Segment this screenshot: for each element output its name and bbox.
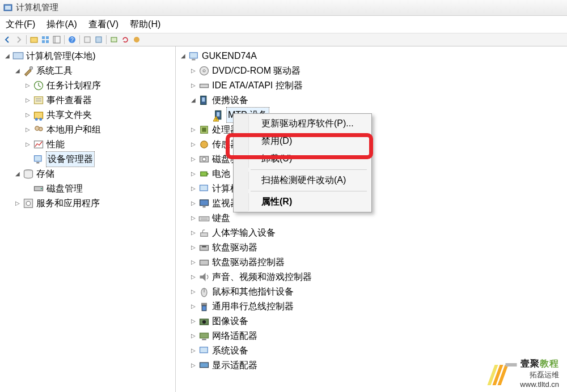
imaging-category[interactable]: ▷图像设备 (189, 314, 564, 329)
sound-icon (198, 271, 210, 283)
tool-scan-icon[interactable] (109, 35, 119, 45)
event-icon (33, 95, 44, 106)
performance[interactable]: ▷ 性能 (24, 137, 172, 152)
collapse-icon[interactable]: ◢ (14, 170, 22, 178)
keyboard-category[interactable]: ▷键盘 (189, 211, 564, 225)
tool-refresh-icon[interactable] (120, 35, 130, 45)
menu-help[interactable]: 帮助(H) (126, 18, 164, 32)
expand-icon[interactable]: ▷ (189, 302, 197, 310)
forward-button[interactable] (14, 35, 24, 45)
collapse-icon[interactable]: ◢ (189, 96, 197, 104)
cm-disable[interactable]: 禁用(D) (248, 133, 370, 150)
expand-icon[interactable]: ▷ (24, 96, 32, 104)
tool-tree-icon[interactable] (52, 35, 62, 45)
expand-icon[interactable]: ▷ (14, 199, 22, 207)
tool-folder-icon[interactable] (29, 35, 39, 45)
expand-icon[interactable]: ▷ (24, 126, 32, 134)
menu-action[interactable]: 操作(A) (43, 18, 80, 32)
expand-icon[interactable]: ▷ (189, 273, 197, 281)
expand-icon[interactable]: ▷ (189, 244, 197, 252)
cm-scan[interactable]: 扫描检测硬件改动(A) (248, 172, 370, 189)
portable-icon (198, 95, 210, 106)
device-manager[interactable]: 设备管理器 (24, 152, 172, 167)
cm-properties[interactable]: 属性(R) (248, 193, 370, 211)
floppy-ctrl-category[interactable]: ▷软盘驱动器控制器 (189, 255, 564, 270)
svg-rect-55 (199, 217, 209, 221)
svg-rect-71 (200, 347, 208, 353)
svg-point-47 (201, 141, 208, 148)
tool-help-icon[interactable]: ? (67, 35, 77, 45)
sensor-icon (198, 139, 210, 150)
sound-category[interactable]: ▷声音、视频和游戏控制器 (189, 270, 564, 284)
expand-icon[interactable]: ▷ (189, 82, 197, 90)
menu-view[interactable]: 查看(V) (85, 18, 122, 32)
storage[interactable]: ◢ 存储 (14, 167, 172, 181)
expand-icon[interactable]: ▷ (189, 126, 197, 134)
svg-point-49 (202, 157, 206, 161)
expand-icon[interactable]: ▷ (189, 170, 197, 178)
svg-rect-12 (96, 37, 101, 42)
back-button[interactable] (2, 35, 12, 45)
tool-grid-icon[interactable] (40, 35, 50, 45)
floppy-category[interactable]: ▷软盘驱动器 (189, 240, 564, 255)
disk-management[interactable]: 磁盘管理 (24, 181, 172, 196)
collapse-icon[interactable]: ◢ (3, 52, 11, 60)
menu-file[interactable]: 文件(F) (2, 18, 39, 32)
expand-icon[interactable]: ▷ (24, 111, 32, 119)
battery-icon (198, 168, 210, 180)
expand-icon[interactable]: ▷ (189, 140, 197, 148)
menu-separator (251, 169, 367, 170)
network-category[interactable]: ▷网络适配器 (189, 329, 564, 343)
expand-icon[interactable]: ▷ (189, 214, 197, 222)
expand-icon[interactable]: ▷ (189, 199, 197, 207)
expand-icon[interactable]: ▷ (189, 347, 197, 355)
task-scheduler[interactable]: ▷ 任务计划程序 (24, 78, 172, 93)
ide-category[interactable]: ▷IDE ATA/ATAPI 控制器 (189, 78, 564, 93)
computer-root[interactable]: ◢ GUKEND74A (179, 49, 564, 63)
usb-category[interactable]: ▷通用串行总线控制器 (189, 299, 564, 314)
svg-rect-65 (201, 303, 207, 306)
portable-category[interactable]: ◢便携设备 (189, 93, 564, 108)
svg-point-37 (203, 70, 205, 72)
collapse-icon[interactable]: ◢ (14, 67, 22, 75)
svg-point-25 (39, 127, 43, 131)
svg-text:?: ? (70, 37, 74, 43)
mouse-category[interactable]: ▷鼠标和其他指针设备 (189, 284, 564, 299)
expand-icon[interactable]: ▷ (24, 140, 32, 148)
users-icon (33, 124, 44, 135)
tool-properties-icon[interactable] (82, 35, 92, 45)
hid-category[interactable]: ▷人体学输入设备 (189, 225, 564, 240)
cm-uninstall[interactable]: 卸载(U) (248, 150, 370, 168)
clock-icon (33, 80, 44, 91)
toolbar: ? (0, 33, 567, 46)
services-apps[interactable]: ▷ 服务和应用程序 (14, 196, 172, 211)
title-bar: 计算机管理 (0, 0, 567, 16)
event-viewer[interactable]: ▷ 事件查看器 (24, 93, 172, 108)
expand-icon[interactable]: ▷ (189, 361, 197, 369)
svg-rect-72 (200, 363, 209, 368)
expand-icon[interactable]: ▷ (189, 288, 197, 296)
expand-icon[interactable]: ▷ (189, 317, 197, 325)
tool-extra-icon[interactable] (132, 35, 142, 45)
system-tools[interactable]: ◢ 系统工具 (14, 63, 172, 78)
collapse-icon[interactable]: ◢ (179, 52, 187, 60)
local-users[interactable]: ▷ 本地用户和组 (24, 122, 172, 137)
display-adapter-icon (198, 360, 210, 371)
main-area: ◢ 计算机管理(本地) ◢ 系统工具 ▷ 任务计划程序 ▷ (0, 46, 567, 392)
expand-icon[interactable]: ▷ (189, 67, 197, 75)
mgmt-root[interactable]: ◢ 计算机管理(本地) (3, 49, 172, 63)
expand-icon[interactable]: ▷ (189, 155, 197, 163)
expand-icon[interactable]: ▷ (189, 185, 197, 193)
tool-view-icon[interactable] (94, 35, 104, 45)
expand-icon[interactable]: ▷ (189, 332, 197, 340)
warning-overlay-icon: ! (213, 116, 219, 122)
svg-point-31 (41, 188, 43, 190)
dvd-category[interactable]: ▷DVD/CD-ROM 驱动器 (189, 63, 564, 78)
expand-icon[interactable]: ▷ (189, 229, 197, 237)
shared-folders[interactable]: ▷ 共享文件夹 (24, 108, 172, 122)
svg-rect-27 (35, 156, 42, 161)
expand-icon[interactable]: ▷ (189, 258, 197, 266)
expand-icon[interactable]: ▷ (24, 82, 32, 90)
dvd-icon (198, 65, 210, 76)
cm-update-driver[interactable]: 更新驱动程序软件(P)... (248, 115, 370, 133)
